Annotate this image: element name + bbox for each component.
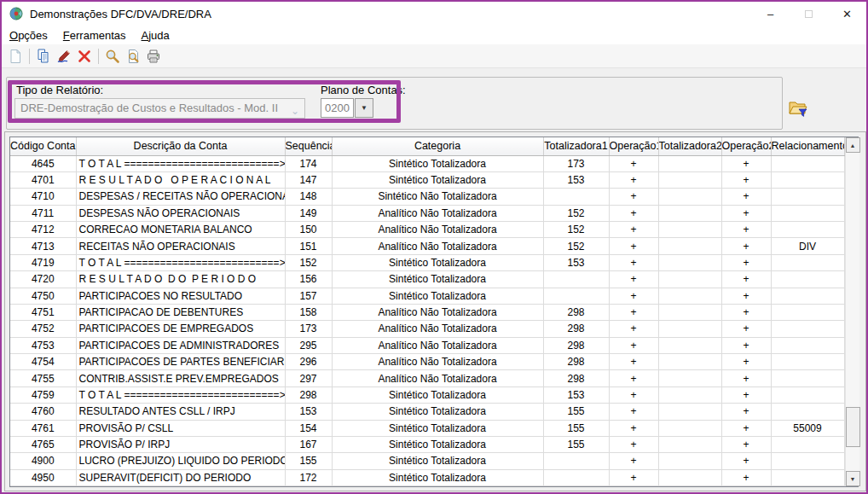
grid-cell[interactable] xyxy=(658,404,721,420)
grid-cell[interactable]: 4754 xyxy=(10,354,76,370)
table-row[interactable]: 4751PARTICIPACAO DE DEBENTURES158Analíti… xyxy=(10,304,844,320)
grid-cell[interactable]: + xyxy=(609,321,658,337)
grid-cell[interactable]: + xyxy=(721,254,771,270)
col-header-sequencia[interactable]: Sequência xyxy=(285,137,332,155)
grid-cell[interactable] xyxy=(658,420,721,436)
close-button[interactable]: ✕ xyxy=(828,2,866,26)
grid-cell[interactable]: Analítico Não Totalizadora xyxy=(332,222,543,238)
grid-cell[interactable]: Sintético Totalizadora xyxy=(332,254,543,270)
grid-cell[interactable]: 4761 xyxy=(10,420,76,436)
grid-cell[interactable] xyxy=(658,205,721,221)
grid-cell[interactable]: 4752 xyxy=(10,321,76,337)
grid-cell[interactable]: + xyxy=(609,254,658,270)
grid-cell[interactable] xyxy=(771,254,844,270)
grid-cell[interactable]: RECEITAS NÃO OPERACIONAIS xyxy=(76,238,285,254)
grid-cell[interactable]: + xyxy=(721,469,771,485)
grid-cell[interactable] xyxy=(658,304,721,320)
grid-cell[interactable]: PROVISÃO P/ IRPJ xyxy=(76,436,285,452)
grid-cell[interactable]: Sintético Totalizadora xyxy=(332,453,543,469)
grid-cell[interactable]: 4751 xyxy=(10,304,76,320)
grid-cell[interactable]: + xyxy=(609,404,658,420)
folder-filter-button[interactable] xyxy=(787,96,811,119)
grid-cell[interactable]: 153 xyxy=(543,171,609,188)
menu-ajuda[interactable]: Ajuda xyxy=(134,27,177,44)
table-row[interactable]: 4755CONTRIB.ASSIST.E PREV.EMPREGADOS297A… xyxy=(10,370,844,386)
grid-cell[interactable]: + xyxy=(609,238,658,254)
grid-cell[interactable]: 172 xyxy=(285,469,332,485)
table-row[interactable]: 4701R E S U L T A D O O P E R A C I O N … xyxy=(10,171,844,188)
grid-cell[interactable]: 4713 xyxy=(10,238,76,254)
grid-cell[interactable]: 155 xyxy=(543,420,609,436)
grid-cell[interactable]: 298 xyxy=(543,304,609,320)
delete-icon[interactable] xyxy=(75,47,94,66)
grid-cell[interactable] xyxy=(771,321,844,337)
grid-cell[interactable] xyxy=(771,304,844,320)
grid-cell[interactable] xyxy=(543,453,609,469)
grid-cell[interactable]: + xyxy=(609,436,658,452)
grid-cell[interactable]: + xyxy=(609,453,658,469)
grid-cell[interactable]: CORRECAO MONETARIA BALANCO xyxy=(76,222,285,238)
scrollbar-thumb[interactable] xyxy=(846,407,860,447)
grid-cell[interactable] xyxy=(658,370,721,386)
grid-cell[interactable]: + xyxy=(721,370,771,386)
grid-cell[interactable]: + xyxy=(721,222,771,238)
grid-cell[interactable] xyxy=(771,404,844,420)
grid-cell[interactable]: 4900 xyxy=(10,453,76,469)
table-row[interactable]: 4720R E S U L T A D O D O P E R I O D O1… xyxy=(10,271,844,288)
grid-cell[interactable]: + xyxy=(721,386,771,403)
minimize-button[interactable]: – xyxy=(751,2,790,26)
grid-cell[interactable] xyxy=(658,337,721,353)
plano-contas-dropdown-button[interactable]: ▼ xyxy=(355,98,373,118)
grid-cell[interactable]: DIV xyxy=(771,238,844,254)
grid-cell[interactable]: + xyxy=(609,288,658,304)
grid-cell[interactable]: 153 xyxy=(543,386,609,403)
grid-cell[interactable] xyxy=(658,171,721,188)
menu-ferramentas[interactable]: Ferramentas xyxy=(55,27,134,44)
grid-cell[interactable]: DESPESAS NÃO OPERACIONAIS xyxy=(76,205,285,221)
grid-cell[interactable]: PARTICIPACOES DE ADMINISTRADORES xyxy=(76,337,285,353)
grid-cell[interactable]: + xyxy=(721,404,771,420)
grid-cell[interactable]: 157 xyxy=(285,288,332,304)
search-icon[interactable] xyxy=(103,47,122,66)
grid-cell[interactable] xyxy=(771,370,844,386)
col-header-totalizadora1[interactable]: Totalizadora1 xyxy=(543,137,609,155)
grid-cell[interactable]: + xyxy=(609,155,658,171)
vertical-scrollbar[interactable]: ▲ ▼ xyxy=(845,137,859,486)
grid-cell[interactable] xyxy=(658,189,721,205)
table-row[interactable]: 4754PARTICIPACOES DE PARTES BENEFICIARIA… xyxy=(10,354,844,370)
grid-cell[interactable]: 4710 xyxy=(10,189,76,205)
grid-cell[interactable]: Analítico Não Totalizadora xyxy=(332,321,543,337)
grid-cell[interactable]: 173 xyxy=(285,321,332,337)
grid-cell[interactable] xyxy=(658,271,721,288)
col-header-operacao2[interactable]: Operação2 xyxy=(721,137,771,155)
table-row[interactable]: 4752PARTICIPACOES DE EMPREGADOS173Analít… xyxy=(10,321,844,337)
table-row[interactable]: 4712CORRECAO MONETARIA BALANCO150Analíti… xyxy=(10,222,844,238)
grid-cell[interactable] xyxy=(771,271,844,288)
grid-cell[interactable] xyxy=(771,354,844,370)
grid-cell[interactable]: 156 xyxy=(285,271,332,288)
grid-cell[interactable]: T O T A L ==========================> xyxy=(76,386,285,403)
grid-cell[interactable] xyxy=(771,436,844,452)
table-row[interactable]: 4710DESPESAS / RECEITAS NÃO OPERACIONAIS… xyxy=(10,189,844,205)
grid-cell[interactable]: + xyxy=(609,171,658,188)
grid-cell[interactable]: R E S U L T A D O O P E R A C I O N A L xyxy=(76,171,285,188)
grid-cell[interactable]: Analítico Não Totalizadora xyxy=(332,238,543,254)
grid-cell[interactable]: T O T A L ==========================> xyxy=(76,254,285,270)
col-header-categoria[interactable]: Categoria xyxy=(332,137,543,155)
grid-cell[interactable] xyxy=(658,386,721,403)
grid-cell[interactable]: Analítico Não Totalizadora xyxy=(332,304,543,320)
grid-cell[interactable]: 4711 xyxy=(10,205,76,221)
grid-cell[interactable]: 174 xyxy=(285,155,332,171)
grid-cell[interactable]: 152 xyxy=(543,205,609,221)
grid-cell[interactable]: 152 xyxy=(543,238,609,254)
grid-cell[interactable]: + xyxy=(721,321,771,337)
grid-cell[interactable] xyxy=(771,171,844,188)
grid-cell[interactable] xyxy=(543,189,609,205)
grid-cell[interactable]: Sintético Totalizadora xyxy=(332,436,543,452)
table-row[interactable]: 4750PARTICIPACOES NO RESULTADO157Sintéti… xyxy=(10,288,844,304)
grid-cell[interactable]: DESPESAS / RECEITAS NÃO OPERACIONAIS xyxy=(76,189,285,205)
grid-cell[interactable]: 173 xyxy=(543,155,609,171)
grid-cell[interactable]: Sintético Totalizadora xyxy=(332,171,543,188)
table-row[interactable]: 4761PROVISÃO P/ CSLL154Sintético Totaliz… xyxy=(10,420,844,436)
grid-cell[interactable] xyxy=(771,337,844,353)
